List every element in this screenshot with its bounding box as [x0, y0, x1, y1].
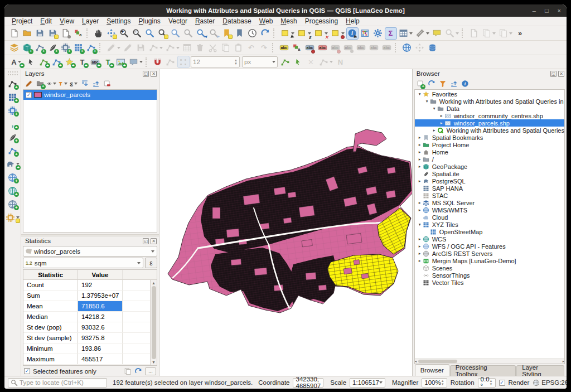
refresh-browser[interactable]: [426, 79, 437, 89]
select-annotations[interactable]: [25, 56, 37, 68]
zoom-full[interactable]: [144, 27, 156, 40]
add-raster-layer[interactable]: +: [7, 91, 19, 103]
scale-combo[interactable]: 1:106517: [350, 378, 385, 388]
select-features-by-value[interactable]: ε: [296, 27, 312, 40]
vertex-tool[interactable]: [164, 42, 181, 54]
pin-unpin-labels[interactable]: [304, 42, 316, 54]
identify-features[interactable]: [346, 27, 359, 40]
map-tips[interactable]: [431, 27, 443, 40]
statistics-panel-close-icon[interactable]: ✕: [151, 238, 157, 244]
create-polygon-annotation[interactable]: +: [38, 56, 50, 68]
style-manager[interactable]: [72, 27, 85, 40]
collapse-all-browser[interactable]: [448, 79, 459, 89]
zoom-to-layer[interactable]: [170, 27, 182, 40]
tree-expand-icon[interactable]: ▸: [417, 178, 423, 183]
self-snapping[interactable]: ✕: [305, 56, 317, 68]
browser-item-xyz-tiles[interactable]: ▾XYZ Tiles: [415, 221, 564, 228]
browser-item-windsor-parcels-shp[interactable]: ▸windsor_parcels.shp: [415, 119, 564, 127]
menu-database[interactable]: Database: [219, 17, 255, 26]
layer-item-windsor-parcels[interactable]: ✓ windsor_parcels: [23, 90, 157, 100]
menu-view[interactable]: View: [56, 17, 78, 26]
new-shapefile-layer[interactable]: +: [34, 42, 46, 54]
browser-item-mergin-maps-lunageo-demo[interactable]: ▸Mergin Maps [LunaGeo-Demo]: [415, 257, 564, 264]
layout-manager[interactable]: [481, 27, 497, 40]
browser-item-stac[interactable]: STAC: [415, 192, 564, 199]
enable-tracing[interactable]: [279, 56, 292, 68]
new-scratch-layer[interactable]: [4, 211, 21, 224]
tree-expand-icon[interactable]: ▸: [417, 149, 423, 154]
menu-layer[interactable]: Layer: [78, 17, 103, 26]
title-bar[interactable]: Working with Attributes and Spatial Quer…: [4, 4, 567, 17]
open-data-source-manager[interactable]: [8, 42, 21, 54]
new-spatialite-layer[interactable]: +: [47, 42, 59, 54]
browser-item-openstreetmap[interactable]: OpenStreetMap: [415, 228, 564, 235]
pan-map[interactable]: [93, 27, 105, 40]
menu-mesh[interactable]: Mesh: [277, 17, 301, 26]
open-project[interactable]: [21, 27, 33, 40]
scrollbar-thumb[interactable]: [418, 360, 457, 363]
menu-edit[interactable]: Edit: [36, 17, 56, 26]
redo[interactable]: ↷: [258, 42, 270, 54]
tree-expand-icon[interactable]: ▸: [417, 142, 423, 147]
stat-row-count[interactable]: Count192: [23, 280, 157, 291]
statistics-scrollbar[interactable]: ▲▼: [150, 280, 157, 365]
select-features[interactable]: [279, 27, 296, 40]
tree-expand-icon[interactable]: ▸: [439, 120, 444, 125]
toolbar-grip[interactable]: [8, 71, 18, 75]
menu-raster[interactable]: Raster: [191, 17, 219, 26]
trace-settings[interactable]: [318, 56, 334, 68]
statistical-summary[interactable]: Σ: [385, 27, 397, 40]
tree-expand-icon[interactable]: ▸: [432, 128, 437, 133]
cut-features[interactable]: [207, 42, 219, 54]
new-annotation-layer[interactable]: A+: [8, 56, 25, 68]
stat-row-mean[interactable]: Mean71850.6: [23, 301, 157, 312]
browser-panel-float-icon[interactable]: ◱: [550, 71, 557, 77]
zoom-in[interactable]: +: [118, 27, 130, 40]
browser-properties[interactable]: [459, 79, 470, 89]
browser-item-home[interactable]: ▸Home: [415, 148, 564, 156]
tree-expand-icon[interactable]: ▸: [439, 113, 444, 118]
coordinate-input[interactable]: 342330, 4685907: [293, 378, 323, 388]
add-selected-layers[interactable]: +: [415, 79, 425, 89]
offline-editing[interactable]: [414, 42, 426, 54]
collapse-all[interactable]: [91, 79, 101, 89]
snapping-tolerance[interactable]: 12▲▼: [191, 56, 240, 67]
layers-tree[interactable]: ✓ windsor_parcels: [23, 89, 157, 233]
browser-item-sensorthings[interactable]: SensorThings: [415, 272, 564, 279]
add-wfs-layer[interactable]: +: [7, 198, 19, 210]
new-mesh-layer[interactable]: +: [60, 42, 72, 54]
select-by-location[interactable]: [330, 27, 346, 40]
layer-visibility-checkbox[interactable]: ✓: [26, 92, 32, 98]
statistics-layer-combo[interactable]: windsor_parcels: [23, 246, 157, 257]
tab-processing-toolbox[interactable]: Processing Toolbox: [450, 365, 516, 376]
browser-item-wfs-ogc-api-features[interactable]: ▸WFS / OGC API - Features: [415, 243, 564, 250]
layer-labeling-options[interactable]: [278, 42, 291, 54]
browser-item-spatialite[interactable]: SpatiaLite: [415, 170, 564, 177]
close-button[interactable]: ×: [558, 7, 561, 14]
browser-item-data[interactable]: ▾Data: [415, 105, 564, 112]
crs-globe-icon[interactable]: [533, 379, 540, 386]
browser-item-windsor-community-centres-shp[interactable]: ▸windsor_community_centres.shp: [415, 112, 564, 119]
browser-item-working-with-attributes-and-spatial-queries[interactable]: ▸Working with Attributes and Spatial Que…: [415, 127, 564, 134]
copy-features[interactable]: [220, 42, 232, 54]
refresh-statistics-icon[interactable]: [134, 367, 142, 375]
copy-statistics-icon[interactable]: [124, 367, 132, 375]
menu-project[interactable]: Project: [8, 17, 36, 26]
browser-horizontal-scrollbar[interactable]: ◂ ▸: [415, 359, 564, 364]
browser-item-scenes[interactable]: Scenes: [415, 264, 564, 272]
render-checkbox[interactable]: ✓: [499, 380, 505, 386]
map-canvas[interactable]: [159, 69, 412, 376]
change-label-properties[interactable]: [381, 42, 393, 54]
browser-item-arcgis-rest-servers[interactable]: ▸ArcGIS REST Servers: [415, 250, 564, 257]
magnifier-spinbox[interactable]: 100% ▲▼: [422, 378, 447, 388]
add-spatialite-layer[interactable]: +: [7, 131, 19, 143]
metasearch[interactable]: [401, 42, 413, 54]
tree-expand-icon[interactable]: ▸: [417, 207, 423, 212]
browser-item-sap-hana[interactable]: SAP HANA: [415, 185, 564, 192]
stat-row-maximum[interactable]: Maximum455517: [23, 354, 157, 365]
tree-collapse-icon[interactable]: ▾: [424, 99, 430, 104]
create-line-annotation[interactable]: +: [51, 56, 63, 68]
show-spatial-bookmarks[interactable]: [234, 27, 246, 40]
statistics-panel-float-icon[interactable]: ◱: [143, 238, 149, 244]
toggle-editing[interactable]: [122, 42, 134, 54]
